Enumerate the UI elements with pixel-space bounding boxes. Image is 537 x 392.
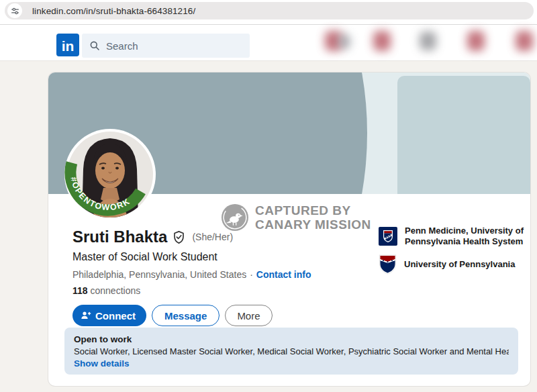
open-to-work-title: Open to work bbox=[74, 334, 509, 344]
profile-photo[interactable]: #OPENTOWORK bbox=[64, 129, 156, 220]
blurred-nav-icon[interactable] bbox=[467, 31, 485, 51]
url-text[interactable]: linkedin.com/in/sruti-bhakta-664381216/ bbox=[32, 6, 195, 16]
separator-dot: · bbox=[250, 269, 253, 280]
search-placeholder: Search bbox=[106, 40, 138, 52]
canary-bird-icon bbox=[222, 204, 248, 231]
profile-card: #OPENTOWORK bbox=[48, 72, 530, 386]
profile-identity: Sruti Bhakta (She/Her) Master of Social … bbox=[72, 228, 311, 326]
org-label: University of Pennsylvania bbox=[404, 259, 532, 270]
url-bar[interactable]: linkedin.com/in/sruti-bhakta-664381216/ bbox=[5, 2, 534, 19]
browser-toolbar: linkedin.com/in/sruti-bhakta-664381216/ bbox=[0, 0, 537, 24]
open-to-work-roles: Social Worker, Licensed Master Social Wo… bbox=[74, 346, 509, 356]
linkedin-navbar: in Search bbox=[0, 25, 537, 61]
connections-count: 118 bbox=[72, 285, 88, 296]
location-text: Philadelphia, Pennsylvania, United State… bbox=[72, 269, 246, 280]
org-university-of-pennsylvania[interactable]: University of Pennsylvania bbox=[379, 254, 532, 275]
blurred-nav-icon[interactable] bbox=[373, 31, 391, 51]
site-settings-icon[interactable] bbox=[7, 3, 22, 18]
org-penn-medicine[interactable]: Penn Medicine, University of Pennsylvani… bbox=[379, 226, 532, 247]
more-button[interactable]: More bbox=[225, 305, 272, 326]
blurred-nav-icon[interactable] bbox=[516, 31, 533, 51]
contact-info-link[interactable]: Contact info bbox=[256, 269, 311, 280]
connections-label: connections bbox=[90, 285, 140, 296]
blurred-nav-icon[interactable] bbox=[420, 32, 436, 50]
search-input[interactable]: Search bbox=[82, 34, 250, 58]
message-button-label: Message bbox=[164, 310, 207, 322]
show-details-link[interactable]: Show details bbox=[74, 358, 130, 369]
org-label: Penn Medicine, University of Pennsylvani… bbox=[405, 226, 532, 247]
affiliations: Penn Medicine, University of Pennsylvani… bbox=[379, 226, 532, 275]
page-background: #OPENTOWORK bbox=[0, 61, 537, 392]
profile-name: Sruti Bhakta bbox=[72, 228, 167, 246]
profile-headline: Master of Social Work Student bbox=[72, 251, 311, 263]
search-icon bbox=[89, 40, 100, 51]
blurred-nav-icon[interactable] bbox=[338, 34, 350, 49]
linkedin-logo[interactable]: in bbox=[56, 34, 79, 56]
shield-check-icon[interactable] bbox=[172, 230, 186, 244]
message-button[interactable]: Message bbox=[152, 305, 219, 326]
banner-shape-panel bbox=[397, 76, 530, 194]
connect-button[interactable]: Connect bbox=[72, 305, 146, 326]
connect-button-label: Connect bbox=[95, 310, 136, 322]
penn-medicine-logo bbox=[379, 227, 397, 246]
connections[interactable]: 118 connections bbox=[72, 285, 311, 296]
open-to-work-panel: Open to work Social Worker, Licensed Mas… bbox=[64, 328, 518, 375]
more-button-label: More bbox=[237, 310, 260, 322]
upenn-logo bbox=[379, 254, 397, 275]
pronouns: (She/Her) bbox=[192, 232, 233, 242]
browser-window: linkedin.com/in/sruti-bhakta-664381216/ … bbox=[0, 0, 537, 392]
person-add-icon bbox=[81, 310, 91, 321]
